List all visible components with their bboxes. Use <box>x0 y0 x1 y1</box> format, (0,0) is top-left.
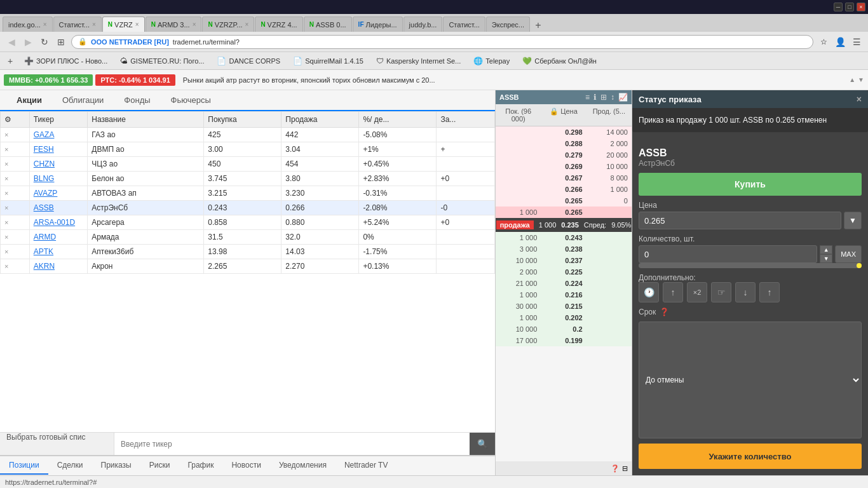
tab-index[interactable]: index.go... × <box>3 17 53 32</box>
tab-vzrz4[interactable]: N VZRZ 4... <box>255 17 302 32</box>
bookmark-zori[interactable]: ➕ ЗОРИ ПЛЮС - Ново... <box>19 54 112 68</box>
extra-up2-btn[interactable]: ↑ <box>759 282 780 302</box>
row-remove-btn[interactable]: × <box>1 215 30 230</box>
bottom-tab-orders[interactable]: Приказы <box>92 457 140 475</box>
bottom-tab-deals[interactable]: Сделки <box>48 457 92 475</box>
row-ticker[interactable]: AVAZP <box>29 186 88 201</box>
bookmark-squirrel[interactable]: 📄 SquirrelMail 1.4.15 <box>288 54 369 68</box>
forward-btn[interactable]: ▶ <box>22 36 34 48</box>
table-row[interactable]: × FESH ДВМП ао 3.00 3.04 +1% + <box>1 142 495 157</box>
ob-scrollbar-icon[interactable]: ⊟ <box>622 464 628 473</box>
bookmark-telepay[interactable]: 🌐 Telepay <box>468 54 515 68</box>
buy-button[interactable]: Купить <box>639 173 862 196</box>
table-row[interactable]: × BLNG Белон ао 3.745 3.80 +2.83% +0 <box>1 172 495 186</box>
close-btn[interactable]: × <box>857 3 865 11</box>
row-ticker[interactable]: CHZN <box>29 157 88 172</box>
row-remove-btn[interactable]: × <box>1 157 30 172</box>
row-ticker[interactable]: AKRN <box>29 259 88 274</box>
bottom-tab-positions[interactable]: Позиции <box>0 457 48 475</box>
row-ticker[interactable]: ARSA-001D <box>29 215 88 230</box>
scrollbar-down[interactable]: ▼ <box>858 76 864 83</box>
срок-select[interactable]: До отмены <box>639 322 862 438</box>
qty-down-btn[interactable]: ▼ <box>820 254 832 263</box>
tab-bonds[interactable]: Облигации <box>52 90 114 111</box>
row-ticker[interactable]: GAZA <box>29 128 88 142</box>
extra-hand-btn[interactable]: ☞ <box>711 282 731 302</box>
row-ticker[interactable]: BLNG <box>29 172 88 186</box>
tab-vzrz[interactable]: N VZRZ × <box>102 17 145 32</box>
tab-futures[interactable]: Фьючерсы <box>161 90 221 111</box>
search-dropdown[interactable]: Выбрать готовый спис <box>0 433 114 455</box>
search-input[interactable] <box>114 433 470 455</box>
ob-info-icon[interactable]: ℹ <box>593 93 597 102</box>
tab-stocks[interactable]: Акции <box>6 90 52 111</box>
tab-stat1[interactable]: Статист... × <box>53 17 102 32</box>
tab-vzrzp[interactable]: N VZRZP... × <box>202 17 254 32</box>
row-ticker[interactable]: ASSB <box>29 201 88 215</box>
qty-up-btn[interactable]: ▲ <box>820 245 832 254</box>
bottom-tab-notifications[interactable]: Уведомления <box>270 457 336 475</box>
tab-close-icon[interactable]: × <box>245 21 249 28</box>
row-ticker[interactable]: APTK <box>29 245 88 259</box>
qty-slider[interactable] <box>639 263 862 268</box>
table-row[interactable]: × AKRN Акрон 2.265 2.270 +0.13% <box>1 259 495 274</box>
bottom-tab-chart[interactable]: График <box>179 457 222 475</box>
table-row[interactable]: × CHZN ЧЦЗ ао 450 454 +0.45% <box>1 157 495 172</box>
row-remove-btn[interactable]: × <box>1 201 30 215</box>
bookmark-star-btn[interactable]: ☆ <box>817 36 830 48</box>
ob-settings-icon[interactable]: ≡ <box>585 93 590 102</box>
profile-btn[interactable]: 👤 <box>834 36 846 48</box>
table-row[interactable]: × GAZA ГАЗ ао 425 442 -5.08% <box>1 128 495 142</box>
add-bookmark-btn[interactable]: + <box>4 55 17 67</box>
table-row[interactable]: × ARSA-001D Арсагера 0.858 0.880 +5.24% … <box>1 215 495 230</box>
tab-close-icon[interactable]: × <box>43 21 47 28</box>
extra-clock-btn[interactable]: 🕐 <box>639 282 659 302</box>
ob-grid-icon[interactable]: ⊞ <box>600 93 607 102</box>
col-extra[interactable]: За... <box>437 112 495 128</box>
row-ticker[interactable]: FESH <box>29 142 88 157</box>
row-remove-btn[interactable]: × <box>1 186 30 201</box>
tab-close-icon[interactable]: × <box>135 21 139 28</box>
price-input[interactable] <box>639 212 841 229</box>
bottom-tab-risks[interactable]: Риски <box>140 457 179 475</box>
new-tab-btn[interactable]: + <box>532 19 545 32</box>
col-ticker[interactable]: Тикер <box>29 112 88 128</box>
bookmark-kaspersky[interactable]: 🛡 Kaspersky Internet Se... <box>371 54 466 68</box>
ob-chart-icon[interactable]: 📈 <box>618 93 628 102</box>
col-name[interactable]: Название <box>88 112 204 128</box>
bookmark-gismeteo[interactable]: 🌤 GISMETEO.RU: Пого... <box>115 54 209 68</box>
max-btn[interactable]: MAX <box>835 245 862 263</box>
tab-stat2[interactable]: Статист... <box>443 17 485 32</box>
scrollbar-up[interactable]: ▲ <box>849 76 855 83</box>
tab-armd[interactable]: N ARMD 3... × <box>146 17 202 32</box>
bookmark-dance[interactable]: 📄 DANCE CORPS <box>212 54 285 68</box>
order-submit-btn[interactable]: Укажите количество <box>639 444 862 469</box>
tab-express[interactable]: Экспрес... <box>486 17 530 32</box>
minimize-btn[interactable]: ─ <box>834 3 843 11</box>
ob-help-icon[interactable]: ❓ <box>611 464 620 473</box>
row-ticker[interactable]: ARMD <box>29 230 88 245</box>
row-remove-btn[interactable]: × <box>1 245 30 259</box>
restore-btn[interactable]: □ <box>845 3 854 11</box>
tab-leaders[interactable]: IF Лидеры... <box>353 17 403 32</box>
tab-juddy[interactable]: juddy.b... <box>403 17 443 32</box>
bookmark-sberbank[interactable]: 💚 Сбербанк ОнЛ@йн <box>517 54 602 68</box>
row-remove-btn[interactable]: × <box>1 172 30 186</box>
menu-btn[interactable]: ☰ <box>850 36 863 48</box>
reload-btn[interactable]: ↻ <box>38 36 51 48</box>
back-btn[interactable]: ◀ <box>5 36 18 48</box>
table-row[interactable]: × ASSB АстрЭнСб 0.243 0.266 -2.08% -0 <box>1 201 495 215</box>
row-remove-btn[interactable]: × <box>1 142 30 157</box>
row-remove-btn[interactable]: × <box>1 230 30 245</box>
tab-close-icon[interactable]: × <box>193 21 196 28</box>
bottom-tab-tv[interactable]: Nettrader TV <box>336 457 397 475</box>
tab-close-icon[interactable]: × <box>92 21 96 28</box>
col-change[interactable]: %/ де... <box>359 112 437 128</box>
qty-input[interactable] <box>639 245 817 263</box>
extra-down-btn[interactable]: ↓ <box>735 282 756 302</box>
bottom-tab-news[interactable]: Новости <box>222 457 269 475</box>
address-input[interactable]: 🔒 ООО NETTRADER [RU] tradernet.ru/termin… <box>71 35 813 49</box>
extra-up-btn[interactable]: ↑ <box>663 282 683 302</box>
col-buy[interactable]: Покупка <box>204 112 281 128</box>
tab-funds[interactable]: Фонды <box>114 90 160 111</box>
